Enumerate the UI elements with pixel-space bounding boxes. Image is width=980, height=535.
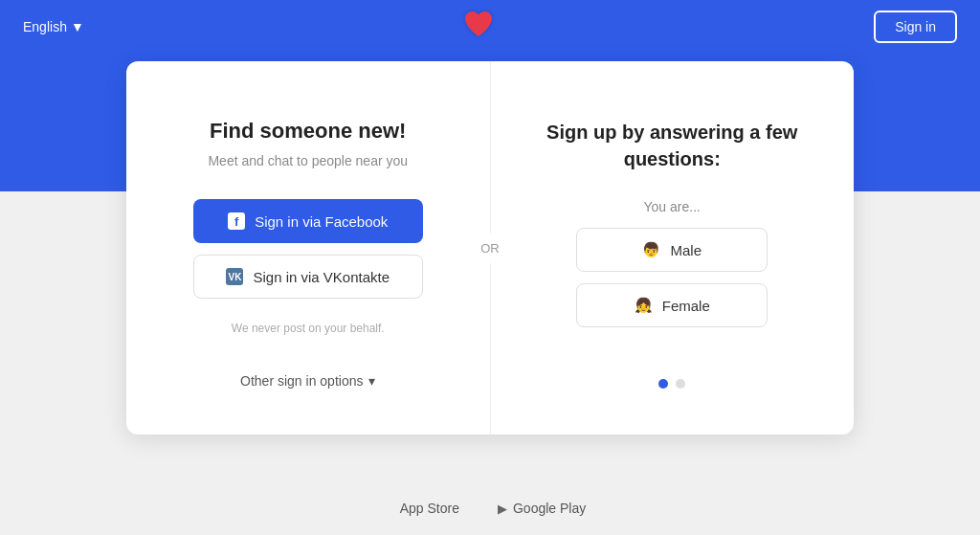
pagination-dot-2 xyxy=(676,379,685,389)
male-button[interactable]: 👦 Male xyxy=(576,228,768,272)
facebook-icon: f xyxy=(228,212,245,230)
vkontakte-signin-button[interactable]: VK Sign in via VKontakte xyxy=(193,255,423,299)
google-play-link[interactable]: ▶ Google Play xyxy=(498,501,586,516)
other-signin-label: Other sign in options xyxy=(240,373,363,389)
left-subtitle: Meet and chat to people near you xyxy=(208,153,408,168)
language-selector[interactable]: English ▼ xyxy=(23,19,84,34)
google-play-label: Google Play xyxy=(513,501,586,516)
other-signin-chevron-icon: ▾ xyxy=(368,373,375,389)
app-store-label: App Store xyxy=(400,501,459,516)
panel-divider: OR xyxy=(490,61,491,435)
male-emoji: 👦 xyxy=(642,241,660,258)
right-title: Sign up by answering a few questions: xyxy=(537,119,809,172)
left-title: Find someone new! xyxy=(210,119,406,144)
you-are-label: You are... xyxy=(644,199,701,214)
privacy-note: We never post on your behalf. xyxy=(232,322,385,335)
female-emoji: 👧 xyxy=(635,297,653,314)
app-logo xyxy=(463,10,494,45)
left-panel: Find someone new! Meet and chat to peopl… xyxy=(126,61,490,435)
main-card: Find someone new! Meet and chat to peopl… xyxy=(126,61,854,435)
app-store-link[interactable]: App Store xyxy=(394,501,459,516)
google-play-icon: ▶ xyxy=(498,502,507,516)
vkontakte-icon: VK xyxy=(226,268,243,285)
header: English ▼ Sign in xyxy=(0,0,980,54)
female-button[interactable]: 👧 Female xyxy=(576,283,768,327)
other-signin-options[interactable]: Other sign in options ▾ xyxy=(240,373,375,389)
right-panel: Sign up by answering a few questions: Yo… xyxy=(491,61,855,435)
pagination-dot-1 xyxy=(658,379,668,389)
sign-in-button[interactable]: Sign in xyxy=(874,11,957,43)
facebook-signin-button[interactable]: f Sign in via Facebook xyxy=(193,199,423,243)
pagination xyxy=(658,341,685,389)
language-label: English xyxy=(23,19,67,34)
or-label: OR xyxy=(477,234,503,263)
language-chevron-icon: ▼ xyxy=(71,19,84,34)
footer: App Store ▶ Google Play xyxy=(0,481,980,535)
